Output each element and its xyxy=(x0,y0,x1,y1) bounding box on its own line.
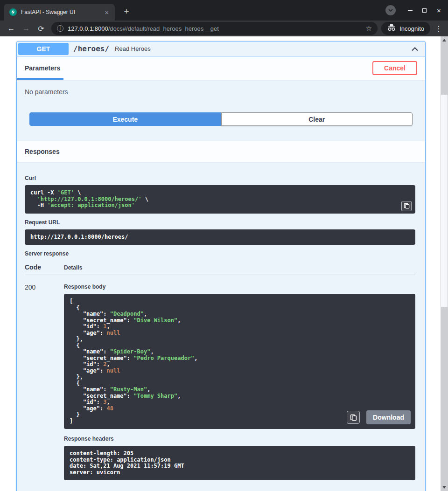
code-line: "name": "Rusty-Man", xyxy=(70,387,410,393)
status-code: 200 xyxy=(25,284,64,480)
code-line: }, xyxy=(70,374,410,380)
code-line: "id": 3, xyxy=(70,399,410,406)
new-tab-button[interactable]: + xyxy=(120,6,133,18)
swagger-page: GET /heroes/ Read Heroes Parameters Canc… xyxy=(0,36,441,491)
scroll-down-icon xyxy=(442,486,446,489)
code-line: -H 'accept: application/json' xyxy=(30,202,410,209)
tab-title: FastAPI - Swagger UI xyxy=(21,9,103,15)
download-button[interactable]: Download xyxy=(366,410,411,424)
response-headers-label: Response headers xyxy=(64,436,415,442)
incognito-label: Incognito xyxy=(399,25,424,32)
request-url-block: http://127.0.0.1:8000/heroes/ xyxy=(25,229,415,245)
scroll-up-button[interactable] xyxy=(441,36,448,44)
scroll-down-button[interactable] xyxy=(441,484,448,491)
code-line: { xyxy=(70,343,410,349)
back-button[interactable]: ← xyxy=(5,22,18,35)
scrollbar-thumb[interactable] xyxy=(441,95,448,307)
request-url-value: http://127.0.0.1:8000/heroes/ xyxy=(30,234,410,241)
parameters-title: Parameters xyxy=(25,64,60,72)
code-line: "age": null xyxy=(70,368,410,374)
response-headers-block: content-length: 205content-type: applica… xyxy=(64,446,415,480)
window-maximize-button[interactable] xyxy=(417,4,432,16)
responses-header: Responses xyxy=(17,141,425,162)
code-line: "name": "Spider-Boy", xyxy=(70,349,410,355)
fastapi-favicon-icon xyxy=(9,8,17,16)
tab-search-button[interactable] xyxy=(385,5,396,15)
no-parameters-text: No parameters xyxy=(25,88,68,96)
parameters-header: Parameters Cancel xyxy=(17,56,425,80)
incognito-badge: Incognito xyxy=(381,22,430,35)
response-body-code: [ { "name": "Deadpond", "secret_name": "… xyxy=(70,298,410,424)
copy-curl-button[interactable] xyxy=(401,201,412,211)
browser-menu-button[interactable]: ⋮ xyxy=(434,24,443,33)
code-line: "secret_name": "Dive Wilson", xyxy=(70,318,410,324)
curl-label: Curl xyxy=(25,175,415,181)
incognito-icon xyxy=(387,24,396,33)
code-line: server: uvicorn xyxy=(70,470,410,476)
reload-button[interactable]: ⟳ xyxy=(35,22,48,35)
code-line: "secret_name": "Pedro Parqueador", xyxy=(70,355,410,362)
copy-response-button[interactable] xyxy=(347,411,360,424)
server-response-label: Server response xyxy=(25,250,415,257)
code-line: { xyxy=(70,380,410,387)
code-line: }, xyxy=(70,336,410,343)
code-line: "id": 1, xyxy=(70,324,410,330)
scroll-up-icon xyxy=(442,39,446,41)
request-url-label: Request URL xyxy=(25,219,415,226)
responses-body: Curl curl -X 'GET' \ 'http://127.0.0.1:8… xyxy=(17,162,425,491)
code-line: { xyxy=(70,305,410,311)
response-body-label: Response body xyxy=(64,284,415,290)
execute-button[interactable]: Execute xyxy=(29,112,221,126)
code-line: "name": "Deadpond", xyxy=(70,311,410,318)
active-tab-underline xyxy=(17,78,63,80)
clipboard-icon xyxy=(404,203,410,209)
response-detail: Response body [ { "name": "Deadpond", "s… xyxy=(64,284,415,480)
window-controls: × xyxy=(403,4,446,16)
forward-button[interactable]: → xyxy=(20,22,33,35)
chevron-down-icon xyxy=(388,9,393,12)
browser-tab[interactable]: FastAPI - Swagger UI × xyxy=(4,4,115,21)
tab-parameters[interactable]: Parameters xyxy=(25,56,70,80)
tab-close-button[interactable]: × xyxy=(103,8,111,16)
responses-title: Responses xyxy=(25,148,60,155)
endpoint-path: /heroes/ xyxy=(73,44,109,53)
code-line: [ xyxy=(70,298,410,305)
http-method-badge: GET xyxy=(18,43,69,55)
minimize-icon xyxy=(408,10,413,11)
clipboard-icon xyxy=(350,414,357,421)
address-bar[interactable]: i 127.0.0.1:8000/docs#/default/read_hero… xyxy=(51,22,378,35)
code-line: "secret_name": "Tommy Sharp", xyxy=(70,393,410,400)
bookmark-star-icon[interactable]: ☆ xyxy=(366,24,372,33)
clear-button[interactable]: Clear xyxy=(221,112,413,126)
page-scrollbar[interactable] xyxy=(441,36,448,491)
details-column-header: Details xyxy=(64,264,82,271)
curl-command-block: curl -X 'GET' \ 'http://127.0.0.1:8000/h… xyxy=(25,185,415,214)
collapse-chevron-icon[interactable] xyxy=(411,47,419,51)
code-line: content-length: 205 xyxy=(70,450,410,457)
response-headers-code: content-length: 205content-type: applica… xyxy=(70,450,410,476)
code-line: "age": null xyxy=(70,330,410,337)
code-column-header: Code xyxy=(25,263,64,271)
code-line: 'http://127.0.0.1:8000/heroes/' \ xyxy=(30,196,410,203)
url-text: 127.0.0.1:8000/docs#/default/read_heroes… xyxy=(68,25,362,32)
cancel-button[interactable]: Cancel xyxy=(372,61,417,75)
opblock-get-heroes: GET /heroes/ Read Heroes Parameters Canc… xyxy=(16,41,426,491)
site-info-icon[interactable]: i xyxy=(57,25,63,32)
window-close-button[interactable]: × xyxy=(432,4,446,16)
response-table-header: Code Details xyxy=(25,263,415,275)
code-line: "id": 2, xyxy=(70,361,410,368)
response-body-actions: Download xyxy=(347,410,411,424)
window-minimize-button[interactable] xyxy=(403,4,417,16)
response-row-200: 200 Response body [ { "name": "Deadpond"… xyxy=(25,275,415,480)
code-line: content-type: application/json xyxy=(70,457,410,463)
code-line: curl -X 'GET' \ xyxy=(30,190,410,196)
code-line: date: Sat,21 Aug 2021 11:57:19 GMT xyxy=(70,463,410,470)
opblock-summary[interactable]: GET /heroes/ Read Heroes xyxy=(17,41,425,56)
browser-titlebar: FastAPI - Swagger UI × + × xyxy=(0,0,448,21)
endpoint-summary: Read Heroes xyxy=(115,45,151,52)
parameters-body: No parameters xyxy=(17,80,425,112)
response-body-block: [ { "name": "Deadpond", "secret_name": "… xyxy=(64,294,415,429)
execute-row: Execute Clear xyxy=(17,112,425,141)
curl-code: curl -X 'GET' \ 'http://127.0.0.1:8000/h… xyxy=(30,190,410,209)
maximize-icon xyxy=(422,8,427,13)
